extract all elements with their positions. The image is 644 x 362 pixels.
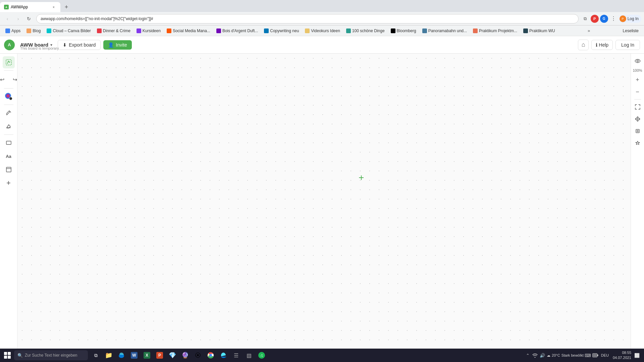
tool-divider-2	[4, 88, 13, 88]
bookmark-bloomberg[interactable]: Bloomberg	[388, 27, 419, 34]
refresh-button[interactable]: ↻	[24, 14, 34, 23]
extension-button[interactable]: G	[600, 15, 608, 23]
notification-button[interactable]: ⬜	[634, 352, 640, 358]
chrome-button[interactable]	[205, 349, 217, 361]
canvas[interactable]: +	[17, 54, 631, 349]
app8-button[interactable]: ⦿	[192, 349, 204, 361]
forward-button[interactable]: ›	[13, 14, 23, 23]
shape-icon	[6, 140, 12, 146]
app9-button[interactable]: ☰	[230, 349, 242, 361]
bookmark-social[interactable]: Social Media Mana...	[164, 27, 213, 34]
edge2-button[interactable]	[217, 349, 229, 361]
tool-divider-4	[4, 134, 13, 135]
start-button[interactable]	[1, 349, 13, 361]
bookmark-dinner[interactable]: Dinner & Crime	[94, 27, 133, 34]
system-tray: ⌃ 🔊 ☁ 20°C Stark bewölkt ⌨ DEU 08:55 04.…	[522, 350, 643, 361]
select-icon	[6, 59, 12, 65]
file-explorer-button[interactable]: 📁	[103, 349, 115, 361]
address-bar[interactable]: awwapp.com/home#dis=[["no-init-modal"]%2…	[36, 14, 579, 23]
login-button[interactable]: Log In	[615, 40, 640, 50]
word-button[interactable]: W	[128, 349, 140, 361]
svg-rect-14	[597, 355, 598, 356]
eye-icon	[635, 59, 641, 63]
redo-button[interactable]: ↪	[9, 73, 21, 85]
system-clock[interactable]: 08:55 04.07.2021	[611, 350, 633, 361]
app6-button[interactable]: 💎	[166, 349, 178, 361]
fit-screen-button[interactable]	[633, 102, 642, 112]
active-tab[interactable]: A AWWApp ×	[0, 2, 60, 12]
pen-tool-button[interactable]	[3, 107, 15, 119]
task-view-button[interactable]: ⧉	[90, 349, 102, 361]
app9-icon: ☰	[232, 352, 240, 359]
undo-button[interactable]: ↩	[0, 73, 8, 85]
shape-tool-button[interactable]	[3, 137, 15, 149]
bookmark-blog[interactable]: Blog	[24, 27, 43, 34]
powerpoint-button[interactable]: P	[154, 349, 166, 361]
back-button[interactable]: ‹	[3, 14, 12, 23]
user-profile-button[interactable]: P Log In	[619, 15, 641, 23]
weather-info[interactable]: ☁ 20°C Stark bewölkt	[547, 353, 584, 358]
excel-button[interactable]: X	[141, 349, 153, 361]
select-tool-button[interactable]	[3, 56, 15, 68]
eraser-tool-button[interactable]	[3, 120, 15, 132]
bookmark-icon	[47, 28, 51, 33]
color-picker-button[interactable]	[3, 90, 15, 103]
speaker-icon[interactable]: 🔊	[539, 352, 545, 358]
keyboard-icon[interactable]: ⌨	[585, 352, 591, 358]
battery-icon[interactable]	[592, 352, 598, 358]
app7-button[interactable]: 🔮	[179, 349, 191, 361]
fullscreen-button[interactable]	[633, 126, 642, 136]
language-indicator[interactable]: DEU	[600, 353, 610, 358]
extensions-button[interactable]: ⧉	[581, 15, 589, 23]
pin-button[interactable]	[633, 138, 642, 148]
bookmarks-more-button[interactable]: »	[586, 27, 591, 34]
bookmark-apps[interactable]: Apps	[3, 27, 23, 34]
app-header: A AWW board ▾ This board is temporary ⬇ …	[0, 36, 644, 54]
new-tab-button[interactable]: +	[62, 2, 71, 12]
bookmark-icon	[97, 28, 102, 33]
spotify-button[interactable]: ♫	[256, 349, 268, 361]
help-label: Help	[599, 42, 608, 48]
bookmark-label: Panoramabahn und...	[428, 28, 467, 33]
tab-close-button[interactable]: ×	[51, 4, 56, 10]
invite-label: Invite	[116, 42, 127, 48]
export-board-button[interactable]: ⬇ Export board	[58, 40, 101, 50]
profile-button[interactable]: P	[591, 15, 599, 23]
bookmark-copy[interactable]: Copywriting neu	[261, 27, 302, 34]
app6-icon: 💎	[169, 352, 176, 359]
bookmark-panorama[interactable]: Panoramabahn und...	[420, 27, 470, 34]
bookmark-label: Praktikum Projektm...	[479, 28, 517, 33]
more-button[interactable]: ⋮	[609, 15, 618, 23]
move-button[interactable]	[633, 114, 642, 124]
sticky-tool-button[interactable]	[3, 164, 15, 176]
bookmark-praktikum1[interactable]: Praktikum Projektm...	[470, 27, 520, 34]
wifi-icon[interactable]	[532, 352, 538, 358]
clock-time: 08:55	[613, 350, 631, 355]
bookmark-bois[interactable]: Bois d'Argent Duft...	[214, 27, 261, 34]
invite-button[interactable]: 👤 Invite	[103, 40, 131, 50]
visibility-button[interactable]	[633, 56, 642, 66]
add-tool-button[interactable]: +	[3, 177, 15, 189]
reading-list-label: Leseliste	[623, 28, 639, 33]
bookmark-100dinge[interactable]: 100 schöne Dinge	[343, 27, 387, 34]
bookmark-praktikum2[interactable]: Praktikum WU	[521, 27, 558, 34]
app10-button[interactable]: ▧	[243, 349, 255, 361]
svg-rect-15	[593, 354, 597, 357]
bookmark-kursideen[interactable]: Kursideen	[134, 27, 163, 34]
bookmark-label: Apps	[11, 28, 20, 33]
edge-button[interactable]	[115, 349, 127, 361]
zoom-in-button[interactable]: +	[633, 75, 642, 84]
bookmark-icon	[391, 28, 395, 33]
bookmark-canva[interactable]: Cloud – Canva Bilder	[44, 27, 93, 34]
tray-up-icon[interactable]: ⌃	[525, 352, 531, 358]
reading-list-button[interactable]: Leseliste	[620, 27, 641, 34]
bookmark-icon	[137, 28, 141, 33]
help-button[interactable]: ℹ Help	[591, 40, 613, 50]
taskbar-search[interactable]: 🔍 Zur Suche Text hier eingeben	[14, 350, 88, 360]
text-tool-button[interactable]: Aa	[3, 150, 15, 162]
home-button[interactable]: ⌂	[578, 40, 589, 50]
app-logo: A	[4, 40, 15, 50]
bookmark-video[interactable]: Videokurs Ideen	[302, 27, 343, 34]
zoom-out-button[interactable]: −	[633, 87, 642, 97]
board-name-button[interactable]: AWW board ▾ This board is temporary	[17, 41, 55, 49]
